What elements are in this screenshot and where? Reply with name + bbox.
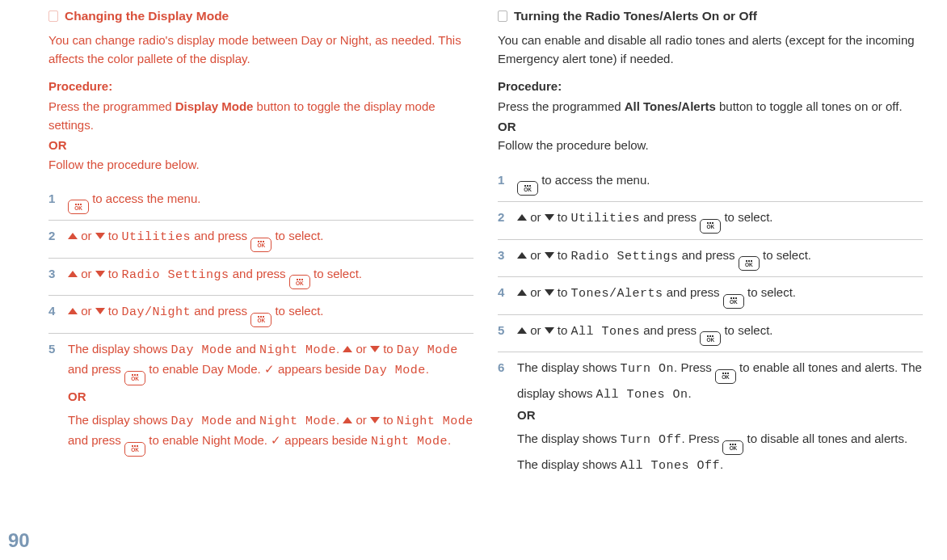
ok-button-icon: OK — [124, 371, 145, 385]
up-arrow-icon — [343, 417, 352, 423]
two-column-layout: Changing the Display Mode You can change… — [8, 0, 939, 481]
heading-text: Turning the Radio Tones/Alerts On or Off — [514, 6, 757, 26]
menu-item: Day Mode — [364, 364, 426, 377]
step-text: OK to access the menu. — [517, 171, 923, 196]
text: or — [78, 304, 95, 318]
proc-line: Press the programmed All Tones/Alerts bu… — [498, 99, 903, 113]
text: and press — [640, 210, 700, 224]
text: or — [78, 267, 95, 280]
menu-item: Day Mode — [171, 343, 233, 357]
down-arrow-icon — [370, 346, 380, 352]
down-arrow-icon — [545, 289, 554, 296]
steps-list: 1 OK to access the menu. 2 or to Utiliti… — [498, 165, 923, 481]
menu-item: Night Mode — [259, 343, 336, 357]
up-arrow-icon — [68, 233, 78, 239]
text: to access the menu. — [89, 192, 200, 205]
step-1: 1 OK to access the menu. — [498, 165, 923, 203]
ok-button-icon: OK — [715, 369, 736, 384]
step-2: 2 or to Utilities and press OK to select… — [48, 221, 474, 259]
text: and — [233, 342, 259, 356]
proc-bold: Display Mode — [175, 99, 254, 113]
intro-text: You can change radio's display mode betw… — [48, 31, 474, 69]
menu-item: Utilities — [122, 230, 192, 244]
step-6: 6 The display shows Turn On. Press OK to… — [498, 352, 923, 481]
step-4: 4 or to Tones/Alerts and press OK to sel… — [498, 277, 923, 315]
menu-item: All Tones — [571, 325, 641, 339]
text: to select. — [721, 210, 772, 224]
text: . — [336, 413, 343, 427]
menu-item: Night Mode — [397, 415, 474, 428]
text: and press — [663, 285, 723, 299]
text: to — [105, 304, 122, 318]
text: appears beside — [275, 362, 364, 376]
ok-button-icon: OK — [723, 294, 744, 309]
step-number: 1 — [498, 171, 509, 196]
text: to select. — [760, 248, 811, 262]
ok-button-icon: OK — [68, 200, 89, 214]
step-4: 4 or to Day/Night and press OK to select… — [48, 296, 474, 334]
up-arrow-icon — [343, 346, 352, 352]
step-number: 3 — [48, 264, 60, 290]
step-text: or to Utilities and press OK to select. — [68, 226, 474, 252]
text: to — [554, 248, 571, 262]
heading-text: Changing the Display Mode — [65, 6, 229, 26]
document-icon — [498, 11, 507, 22]
text: to — [554, 210, 571, 224]
text: or — [352, 413, 370, 427]
text: to access the menu. — [538, 173, 650, 187]
text: or — [78, 229, 95, 242]
text: to select. — [310, 267, 362, 280]
text: to select. — [271, 229, 323, 242]
proc-bold: All Tones/Alerts — [625, 99, 716, 113]
down-arrow-icon — [545, 327, 554, 334]
steps-list: 1 OK to access the menu. 2 or to Utiliti… — [48, 183, 474, 462]
down-arrow-icon — [370, 417, 380, 423]
text: or — [352, 342, 370, 356]
text: . — [720, 457, 723, 471]
ok-button-icon: OK — [517, 181, 538, 196]
text: and press — [640, 323, 700, 337]
step-1: 1 OK to access the menu. — [48, 183, 474, 221]
ok-button-icon: OK — [250, 238, 271, 252]
text: and press — [68, 362, 124, 376]
or-label: OR — [498, 117, 923, 136]
up-arrow-icon — [517, 289, 527, 296]
up-arrow-icon — [68, 271, 78, 277]
check-icon: ✓ — [264, 362, 275, 376]
menu-item: Night Mode — [371, 435, 448, 448]
procedure-label: Procedure: — [48, 77, 474, 95]
text: or — [527, 285, 545, 299]
left-column: Changing the Display Mode You can change… — [48, 6, 474, 481]
text: appears beside — [281, 433, 371, 447]
document-icon — [48, 11, 58, 22]
text: to — [554, 323, 571, 337]
or-label: OR — [68, 387, 474, 406]
text: The display shows — [517, 432, 621, 445]
step-number: 1 — [48, 189, 60, 215]
text: The display shows — [68, 413, 171, 427]
text: to select. — [271, 304, 323, 318]
menu-item: Day Mode — [397, 343, 458, 357]
text: and press — [191, 304, 250, 318]
text: or — [527, 210, 545, 224]
text: The display shows — [68, 342, 171, 356]
check-icon: ✓ — [271, 433, 281, 447]
text: and press — [191, 229, 250, 242]
page-number: 90 — [8, 525, 30, 555]
proc-line: Press the programmed Display Mode button… — [48, 99, 436, 132]
step-text: The display shows Day Mode and Night Mod… — [68, 339, 474, 457]
step-text: or to All Tones and press OK to select. — [517, 321, 923, 347]
text: to select. — [721, 323, 772, 337]
intro-text: You can enable and disable all radio ton… — [498, 31, 923, 69]
text: . — [426, 362, 429, 376]
section-heading-right: Turning the Radio Tones/Alerts On or Off — [498, 6, 923, 26]
section-heading-left: Changing the Display Mode — [48, 6, 474, 26]
proc-text: Follow the procedure below. — [498, 138, 649, 152]
text: The display shows — [517, 360, 621, 374]
text: to select. — [744, 285, 796, 299]
down-arrow-icon — [545, 214, 554, 221]
step-text: or to Day/Night and press OK to select. — [68, 301, 474, 327]
up-arrow-icon — [68, 308, 78, 314]
text: and press — [679, 248, 739, 262]
menu-item: Radio Settings — [571, 250, 679, 263]
